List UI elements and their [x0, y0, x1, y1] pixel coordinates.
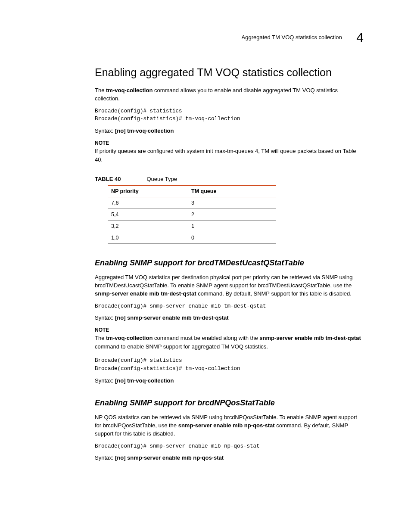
col-header: NP priority [108, 185, 188, 197]
intro-paragraph: The tm-voq-collection command allows you… [95, 87, 364, 103]
table-row: 3,2 1 [108, 221, 276, 232]
code-block: Brocade(config)# statistics Brocade(conf… [95, 107, 364, 124]
inline-command: snmp-server enable mib tm-dest-qstat [95, 290, 196, 297]
running-header: Aggregated TM VOQ statistics collection … [95, 30, 364, 45]
syntax-line: Syntax: [no] tm-voq-collection [95, 128, 364, 134]
col-header: TM queue [188, 185, 276, 197]
table-label: TABLE 40 [95, 176, 121, 182]
code-block: Brocade(config)# snmp-server enable mib … [95, 442, 364, 451]
page: Aggregated TM VOQ statistics collection … [0, 0, 411, 493]
section-heading: Enabling aggregated TM VOQ statistics co… [95, 66, 364, 79]
table-row: 7,6 3 [108, 197, 276, 209]
note-body: The tm-voq-collection command must be en… [95, 334, 364, 351]
inline-command: snmp-server enable mib tm-dest-qstat [259, 335, 361, 341]
table-caption: TABLE 40Queue Type [95, 176, 364, 182]
inline-command: snmp-server enable mib np-qos-stat [178, 422, 275, 429]
inline-command: tm-voq-collection [106, 335, 153, 341]
queue-type-table: NP priority TM queue 7,6 3 5,4 2 3,2 1 1… [108, 185, 276, 244]
subsection-heading: Enabling SNMP support for brcdTMDestUcas… [95, 258, 364, 268]
note-label: NOTE [95, 327, 364, 333]
table-title: Queue Type [146, 176, 177, 182]
subsection-heading: Enabling SNMP support for brcdNPQosStatT… [95, 398, 364, 408]
table-row: 5,4 2 [108, 209, 276, 221]
code-block: Brocade(config)# snmp-server enable mib … [95, 302, 364, 311]
chapter-number: 4 [356, 30, 364, 44]
inline-command: tm-voq-collection [106, 87, 153, 93]
syntax-line: Syntax: [no] snmp-server enable mib tm-d… [95, 314, 364, 321]
table-row: 1,0 0 [108, 232, 276, 244]
running-title: Aggregated TM VOQ statistics collection [242, 34, 342, 40]
body-paragraph: NP QOS statistics can be retrieved via S… [95, 414, 364, 438]
body-paragraph: Aggregated TM VOQ statistics per destina… [95, 274, 364, 298]
table-header-row: NP priority TM queue [108, 185, 276, 197]
note-body: If priority queues are configured with s… [95, 147, 364, 164]
syntax-line: Syntax: [no] tm-voq-collection [95, 377, 364, 384]
note-label: NOTE [95, 140, 364, 146]
code-block: Brocade(config)# statistics Brocade(conf… [95, 357, 364, 373]
syntax-line: Syntax: [no] snmp-server enable mib np-q… [95, 454, 364, 461]
